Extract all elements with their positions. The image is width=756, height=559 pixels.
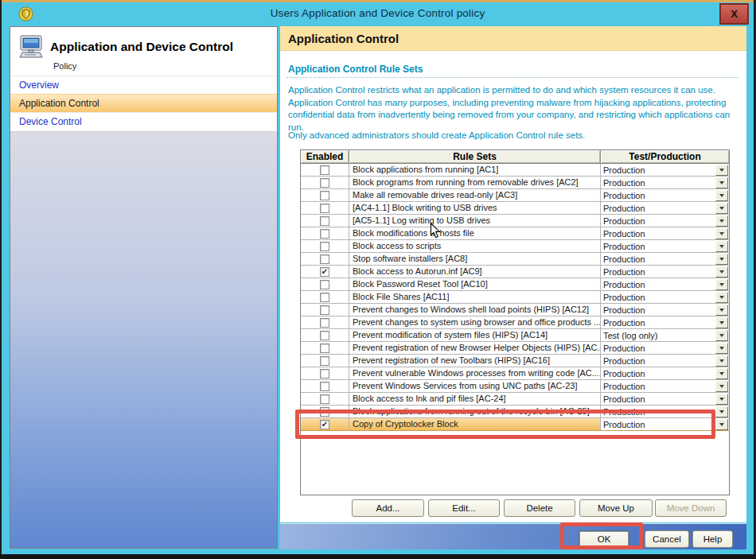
enabled-cell bbox=[301, 177, 349, 188]
table-row[interactable]: Prevent changes to system using browser … bbox=[301, 316, 729, 329]
mode-dropdown-button[interactable] bbox=[715, 241, 728, 252]
table-row[interactable]: ✔Block access to Autorun.inf [AC9]Produc… bbox=[301, 266, 729, 278]
mode-dropdown-button[interactable] bbox=[715, 254, 728, 265]
column-header-rule-sets[interactable]: Rule Sets bbox=[349, 150, 601, 163]
enabled-checkbox[interactable]: ✔ bbox=[320, 420, 329, 429]
cancel-button[interactable]: Cancel bbox=[645, 530, 689, 548]
edit-button[interactable]: Edit... bbox=[428, 499, 500, 517]
table-row[interactable]: Prevent registration of new Toolbars (HI… bbox=[301, 355, 729, 367]
mode-dropdown-button[interactable] bbox=[715, 228, 728, 239]
rule-name: Block applications from running [AC1] bbox=[349, 164, 601, 176]
mode-dropdown-button[interactable] bbox=[715, 215, 728, 227]
table-row[interactable]: Prevent Windows Services from using UNC … bbox=[301, 380, 729, 393]
enabled-checkbox[interactable] bbox=[320, 229, 329, 239]
table-row[interactable]: Block Password Reset Tool [AC10]Producti… bbox=[301, 278, 729, 291]
mode-dropdown-button[interactable] bbox=[715, 394, 728, 405]
mode-dropdown-button[interactable] bbox=[715, 305, 728, 316]
add-button[interactable]: Add... bbox=[352, 499, 424, 517]
table-row[interactable]: Block programs from running from removab… bbox=[301, 177, 729, 189]
enabled-checkbox[interactable] bbox=[320, 394, 329, 404]
table-row[interactable]: Block modifications to hosts fileProduct… bbox=[301, 227, 729, 240]
mode-dropdown-button[interactable] bbox=[715, 203, 728, 214]
enabled-checkbox[interactable] bbox=[320, 344, 329, 353]
mode-dropdown-button[interactable] bbox=[715, 381, 728, 392]
mode-dropdown-button[interactable] bbox=[715, 177, 728, 188]
enabled-checkbox[interactable] bbox=[320, 178, 329, 188]
mode-cell: Production bbox=[601, 393, 729, 405]
move-up-button[interactable]: Move Up bbox=[579, 499, 653, 517]
sidebar-item-device-control[interactable]: Device Control bbox=[10, 112, 277, 130]
table-row[interactable]: Block File Shares [AC11]Production bbox=[301, 291, 729, 304]
window-title-bar[interactable]: Users Application and Device Control pol… bbox=[2, 2, 754, 25]
rule-name: Block Password Reset Tool [AC10] bbox=[349, 278, 601, 290]
mode-dropdown-button[interactable] bbox=[715, 292, 728, 303]
mode-dropdown-button[interactable] bbox=[715, 343, 728, 354]
mode-dropdown-button[interactable] bbox=[715, 317, 728, 328]
table-row[interactable]: Block access to scriptsProduction bbox=[301, 240, 729, 253]
table-row[interactable]: [AC5-1.1] Log writing to USB drivesProdu… bbox=[301, 215, 729, 227]
mode-dropdown-button[interactable] bbox=[715, 165, 728, 176]
enabled-cell bbox=[301, 329, 349, 341]
chevron-down-icon bbox=[719, 359, 724, 365]
mode-cell: Production bbox=[601, 164, 729, 176]
enabled-checkbox[interactable] bbox=[320, 356, 329, 366]
enabled-checkbox[interactable] bbox=[320, 382, 329, 391]
rule-name: [AC4-1.1] Block writing to USB drives bbox=[349, 202, 601, 214]
mode-dropdown-button[interactable] bbox=[715, 406, 728, 417]
enabled-cell: ✔ bbox=[301, 418, 349, 430]
enabled-cell bbox=[301, 227, 349, 239]
table-row[interactable]: Make all removable drives read-only [AC3… bbox=[301, 189, 729, 202]
rules-table: Enabled Rule Sets Test/Production Block … bbox=[300, 149, 730, 495]
table-row[interactable]: Block applications from running out of t… bbox=[301, 406, 729, 418]
table-row[interactable]: Prevent modification of system files (HI… bbox=[301, 329, 729, 342]
help-button[interactable]: Help bbox=[692, 530, 733, 548]
table-row[interactable]: Stop software installers [AC8]Production bbox=[301, 253, 729, 266]
sidebar-item-overview[interactable]: Overview bbox=[10, 76, 277, 94]
ok-button[interactable]: OK bbox=[579, 530, 629, 548]
enabled-checkbox[interactable] bbox=[320, 280, 329, 289]
table-row[interactable]: Block access to lnk and pif files [AC-24… bbox=[301, 393, 729, 406]
enabled-checkbox[interactable] bbox=[320, 242, 329, 251]
enabled-checkbox[interactable] bbox=[320, 254, 329, 264]
table-row[interactable]: Block applications from running [AC1]Pro… bbox=[301, 164, 729, 177]
window-title: Users Application and Device Control pol… bbox=[2, 7, 754, 19]
mode-dropdown-button[interactable] bbox=[715, 266, 728, 278]
window-left-edge bbox=[0, 0, 2, 559]
table-row[interactable]: Prevent changes to Windows shell load po… bbox=[301, 304, 729, 316]
column-header-test-production[interactable]: Test/Production bbox=[601, 150, 729, 163]
mode-dropdown-button[interactable] bbox=[715, 190, 728, 201]
table-row[interactable]: [AC4-1.1] Block writing to USB drivesPro… bbox=[301, 202, 729, 215]
sidebar-item-application-control[interactable]: Application Control bbox=[10, 94, 277, 112]
mode-value: Production bbox=[601, 280, 715, 289]
enabled-checkbox[interactable] bbox=[320, 331, 329, 340]
chevron-down-icon bbox=[719, 232, 724, 238]
mode-dropdown-button[interactable] bbox=[715, 355, 728, 367]
chevron-down-icon bbox=[719, 321, 724, 327]
enabled-checkbox[interactable] bbox=[320, 369, 329, 378]
mode-dropdown-button[interactable] bbox=[715, 368, 728, 379]
enabled-checkbox[interactable] bbox=[320, 191, 329, 200]
enabled-checkbox[interactable] bbox=[320, 216, 329, 226]
table-row[interactable]: Prevent vulnerable Windows processes fro… bbox=[301, 367, 729, 380]
enabled-checkbox[interactable] bbox=[320, 204, 329, 213]
chevron-down-icon bbox=[719, 410, 724, 416]
column-header-enabled[interactable]: Enabled bbox=[301, 150, 349, 163]
enabled-checkbox[interactable]: ✔ bbox=[320, 267, 329, 277]
enabled-checkbox[interactable] bbox=[320, 305, 329, 315]
enabled-checkbox[interactable] bbox=[320, 318, 329, 328]
table-row[interactable]: ✔Copy of Cryptolocker BlockProduction bbox=[301, 418, 729, 431]
chevron-down-icon bbox=[719, 207, 724, 212]
table-row[interactable]: Prevent registration of new Browser Help… bbox=[301, 342, 729, 355]
mode-dropdown-button[interactable] bbox=[715, 419, 728, 430]
mode-cell: Production bbox=[601, 215, 729, 227]
footer-bar: OK Cancel Help bbox=[280, 523, 746, 549]
close-button[interactable]: X bbox=[719, 3, 749, 25]
enabled-checkbox[interactable] bbox=[320, 407, 329, 417]
delete-button[interactable]: Delete bbox=[504, 499, 575, 517]
mode-value: Production bbox=[601, 242, 715, 251]
enabled-checkbox[interactable] bbox=[320, 165, 329, 175]
mode-value: Production bbox=[601, 420, 715, 429]
mode-dropdown-button[interactable] bbox=[715, 330, 728, 341]
mode-dropdown-button[interactable] bbox=[715, 279, 728, 290]
enabled-checkbox[interactable] bbox=[320, 293, 329, 302]
